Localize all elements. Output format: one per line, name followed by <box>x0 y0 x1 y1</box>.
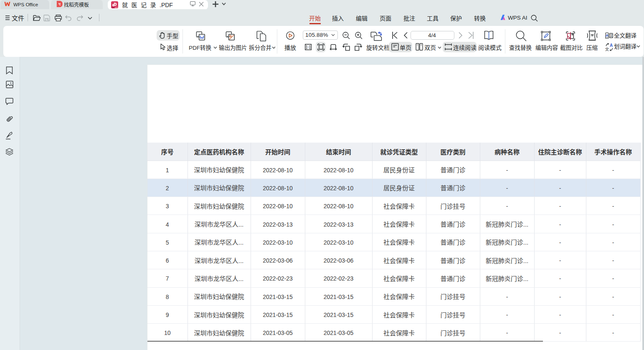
svg-text:A: A <box>610 43 613 48</box>
svg-text:A: A <box>606 33 609 38</box>
svg-text:文: 文 <box>609 33 613 37</box>
svg-text:文: 文 <box>605 46 609 51</box>
